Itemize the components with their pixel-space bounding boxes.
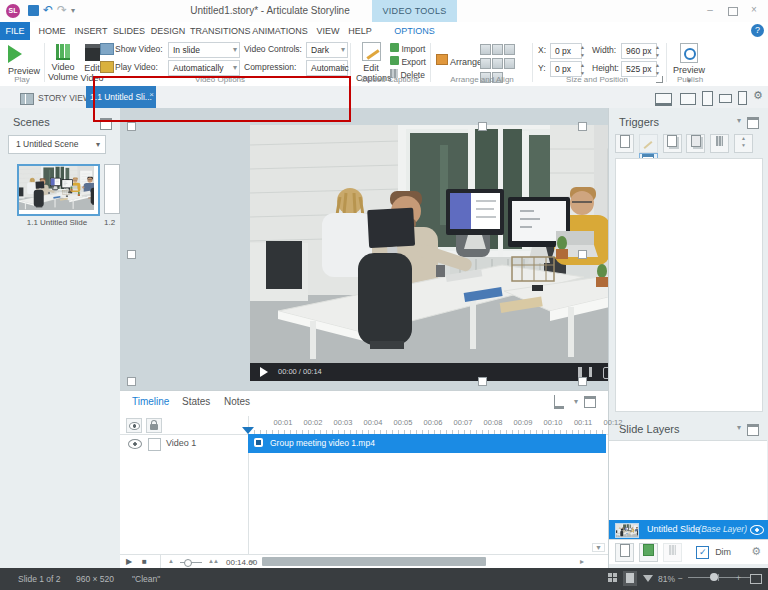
dim-checkbox[interactable]: ✓ bbox=[696, 546, 709, 559]
playhead[interactable] bbox=[242, 427, 254, 434]
tab-insert[interactable]: INSERT bbox=[74, 22, 108, 40]
play-video-dropdown[interactable]: Automatically ▾ bbox=[168, 60, 240, 76]
align-middle-icon[interactable] bbox=[492, 58, 503, 69]
triggers-dock-icon[interactable] bbox=[747, 117, 759, 129]
redo-icon[interactable]: ↷ bbox=[57, 3, 67, 17]
align-top-icon[interactable] bbox=[480, 58, 491, 69]
tab-states[interactable]: States bbox=[182, 396, 210, 407]
fit-to-window-icon[interactable] bbox=[750, 574, 762, 584]
qat-customize-icon[interactable]: ▾ bbox=[71, 6, 75, 15]
align-left-icon[interactable] bbox=[480, 44, 491, 55]
selection-handle[interactable] bbox=[127, 377, 136, 386]
import-captions-button[interactable]: Import bbox=[390, 43, 425, 54]
triggers-menu-caret-icon[interactable]: ▾ bbox=[737, 116, 741, 125]
video-play-icon[interactable] bbox=[260, 367, 268, 377]
align-right-icon[interactable] bbox=[504, 44, 515, 55]
toggle-all-lock-button[interactable] bbox=[146, 418, 162, 433]
tab-file[interactable]: FILE bbox=[0, 22, 30, 40]
volume-icon[interactable] bbox=[578, 367, 592, 377]
zoom-in-button[interactable]: + bbox=[736, 573, 741, 583]
toggle-all-visibility-button[interactable] bbox=[126, 418, 142, 433]
slide-layers-list[interactable] bbox=[609, 440, 767, 522]
close-button[interactable]: × bbox=[748, 5, 760, 15]
slide-layers-menu-caret-icon[interactable]: ▾ bbox=[737, 423, 741, 432]
tab-home[interactable]: HOME bbox=[36, 22, 68, 40]
copy-trigger-button[interactable] bbox=[663, 134, 682, 153]
timeline-dock-icon[interactable] bbox=[584, 396, 596, 408]
timeline-play-button[interactable]: ▶ bbox=[126, 557, 132, 566]
selection-handle[interactable] bbox=[127, 250, 136, 259]
zoom-out-button[interactable]: − bbox=[678, 573, 683, 583]
align-bottom-icon[interactable] bbox=[504, 58, 515, 69]
tab-animations[interactable]: ANIMATIONS bbox=[252, 22, 308, 40]
device-phone-portrait-icon[interactable] bbox=[738, 91, 747, 105]
player-settings-gear-icon[interactable]: ⚙ bbox=[753, 89, 763, 102]
trigger-reorder-buttons[interactable]: ▲▼ bbox=[734, 134, 753, 153]
selection-handle[interactable] bbox=[478, 377, 487, 386]
layer-visibility-icon[interactable] bbox=[750, 525, 764, 535]
export-captions-button[interactable]: Export bbox=[390, 56, 426, 67]
new-layer-button[interactable] bbox=[615, 543, 634, 562]
undo-icon[interactable]: ↶ bbox=[43, 3, 53, 17]
selection-handle[interactable] bbox=[578, 377, 587, 386]
vscroll-down-icon[interactable]: ▼ bbox=[592, 543, 605, 552]
device-tablet-landscape-icon[interactable] bbox=[680, 93, 696, 105]
video-controls-dropdown[interactable]: Dark ▾ bbox=[306, 42, 348, 58]
tab-notes[interactable]: Notes bbox=[224, 396, 250, 407]
show-video-dropdown[interactable]: In slide ▾ bbox=[168, 42, 240, 58]
playhead-anchor-icon[interactable] bbox=[554, 395, 564, 409]
x-spinner[interactable]: ▲▼ bbox=[578, 43, 587, 59]
slide-canvas[interactable]: 00:00 / 00:14 bbox=[120, 108, 608, 390]
paste-trigger-button[interactable] bbox=[686, 134, 705, 153]
tab-slides[interactable]: SLIDES bbox=[112, 22, 146, 40]
layer-gear-icon[interactable]: ⚙ bbox=[751, 545, 761, 558]
slide-thumbnail-1-2[interactable] bbox=[104, 164, 120, 214]
size-dialog-launcher-icon[interactable] bbox=[656, 76, 663, 83]
base-layer-row[interactable]: Untitled Slide (Base Layer) bbox=[609, 520, 768, 539]
timeline-ruler[interactable]: 00:01 00:02 00:03 00:04 00:05 00:06 00:0… bbox=[120, 416, 608, 435]
new-trigger-button[interactable] bbox=[615, 134, 634, 153]
edit-trigger-button[interactable] bbox=[639, 134, 658, 153]
tab-options[interactable]: OPTIONS bbox=[372, 22, 457, 40]
selection-handle[interactable] bbox=[127, 122, 136, 131]
hscroll-left-icon[interactable]: ◂ bbox=[250, 557, 254, 566]
hscroll-thumb[interactable] bbox=[262, 557, 486, 566]
hscroll-right-icon[interactable]: ▸ bbox=[580, 557, 584, 566]
triggers-list[interactable] bbox=[615, 158, 763, 412]
align-center-icon[interactable] bbox=[492, 44, 503, 55]
compression-dropdown[interactable]: Automatic ▾ bbox=[306, 60, 348, 76]
help-icon[interactable]: ? bbox=[751, 24, 764, 37]
slide-thumbnail-1-1[interactable] bbox=[17, 164, 100, 216]
timeline-stop-button[interactable]: ■ bbox=[142, 557, 147, 566]
tab-help[interactable]: HELP bbox=[346, 22, 374, 40]
filter-icon[interactable] bbox=[643, 575, 653, 582]
tab-timeline[interactable]: Timeline bbox=[132, 396, 169, 407]
video-clip[interactable]: Group meeting video 1.mp4 bbox=[248, 434, 606, 453]
device-desktop-icon[interactable] bbox=[655, 93, 672, 106]
timeline-zoom-slider[interactable] bbox=[180, 562, 202, 563]
track-visibility-icon[interactable] bbox=[128, 439, 142, 449]
selection-handle[interactable] bbox=[578, 122, 587, 131]
minimize-button[interactable]: – bbox=[704, 5, 716, 15]
selection-handle[interactable] bbox=[578, 250, 587, 259]
video-track-row[interactable]: Video 1 Group meeting video 1.mp4 bbox=[120, 434, 608, 453]
delete-trigger-button[interactable] bbox=[710, 134, 729, 153]
tab-transitions[interactable]: TRANSITIONS bbox=[190, 22, 248, 40]
slide-view-toggle-icon[interactable] bbox=[623, 571, 637, 586]
timeline-zoom-out-icon[interactable]: ▲ bbox=[168, 558, 174, 564]
width-input[interactable]: 960 px bbox=[621, 43, 657, 59]
track-checkbox[interactable] bbox=[148, 438, 161, 451]
timeline-zoom-in-icon[interactable]: ▲▲ bbox=[208, 558, 218, 564]
scene-selector-dropdown[interactable]: 1 Untitled Scene ▾ bbox=[8, 135, 106, 154]
delete-layer-button[interactable] bbox=[663, 543, 682, 562]
save-icon[interactable] bbox=[28, 5, 39, 16]
zoom-slider-knob[interactable] bbox=[710, 573, 718, 581]
device-phone-landscape-icon[interactable] bbox=[719, 94, 732, 103]
tab-view[interactable]: VIEW bbox=[314, 22, 342, 40]
tab-design[interactable]: DESIGN bbox=[150, 22, 186, 40]
device-tablet-portrait-icon[interactable] bbox=[702, 91, 713, 106]
selection-handle[interactable] bbox=[478, 122, 487, 131]
story-view-toggle-icon[interactable] bbox=[608, 573, 617, 582]
restore-button[interactable] bbox=[728, 7, 738, 16]
width-spinner[interactable]: ▲▼ bbox=[653, 43, 662, 59]
